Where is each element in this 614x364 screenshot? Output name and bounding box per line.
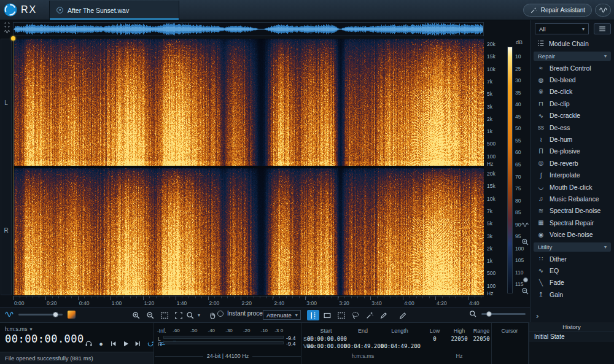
monitor-icon[interactable]: [85, 339, 93, 347]
file-tab[interactable]: After The Sunset.wav: [49, 1, 179, 20]
freq-tick-label: 1k: [487, 258, 492, 264]
meter-scale-label: -3: [274, 328, 279, 333]
zoom-fit-button[interactable]: [173, 310, 185, 320]
chevron-down-icon: ▾: [30, 327, 33, 332]
process-mode-value: Attenuate: [266, 312, 292, 319]
module-item-mouth-de-click[interactable]: ◡Mouth De-click: [530, 181, 614, 193]
module-item-de-bleed[interactable]: ◍De-bleed: [530, 74, 614, 85]
module-item-voice-de-noise[interactable]: ◉Voice De-noise: [530, 228, 614, 240]
interpolate-icon: ∫: [537, 172, 545, 179]
module-item-fade[interactable]: ╲Fade: [530, 277, 614, 288]
repair-assistant-button[interactable]: Repair Assistant: [523, 4, 592, 17]
selection-start-header: Start: [307, 328, 345, 334]
timeline-tick-label: 4:40: [469, 300, 480, 306]
timeline-ruler[interactable]: 0:000:200:401:001:201:402:002:202:403:00…: [13, 296, 484, 306]
module-item-de-click[interactable]: ※De-click: [530, 86, 614, 98]
db-tick-label: 75: [515, 186, 521, 192]
module-item-label: Dither: [550, 255, 567, 263]
spectrogram-view[interactable]: [13, 39, 484, 295]
blend-slider-thumb[interactable]: [53, 312, 58, 317]
magnifier-tool-button[interactable]: [184, 310, 196, 320]
module-filter-select[interactable]: All ▾: [535, 23, 589, 34]
timeline-tick-label: 1:40: [177, 300, 187, 306]
module-item-de-plosive[interactable]: ΠDe-plosive: [530, 145, 614, 157]
horizontal-zoom-thumb[interactable]: [486, 311, 492, 317]
history-entry[interactable]: Initial State: [529, 331, 614, 342]
freq-tick-label: 10k: [487, 196, 495, 202]
module-item-de-clip[interactable]: ⊓De-clip: [530, 98, 614, 109]
zoom-out-button[interactable]: [144, 310, 157, 320]
skip-back-icon[interactable]: [109, 340, 117, 347]
vertical-zoom-thumb[interactable]: [523, 277, 528, 282]
vertical-zoom-in-icon[interactable]: [521, 238, 529, 246]
app-logo-text: RX: [21, 4, 37, 15]
module-item-label: De-crackle: [550, 112, 580, 119]
blend-slider[interactable]: [18, 314, 63, 316]
signal-compare-button[interactable]: [595, 4, 611, 17]
timeline-tick-label: 2:20: [242, 300, 252, 306]
freq-tick-label: 7k: [487, 79, 492, 85]
tab-close-icon[interactable]: [56, 6, 64, 14]
module-chain-item[interactable]: Module Chain: [530, 37, 614, 50]
module-item-music-rebalance[interactable]: ♫Music Rebalance: [530, 193, 614, 204]
module-item-dither[interactable]: ∷Dither: [530, 253, 614, 265]
module-item-spectral-repair[interactable]: ▦Spectral Repair: [530, 217, 614, 228]
spectrogram-canvas[interactable]: [13, 39, 484, 295]
pencil-tool[interactable]: [397, 310, 409, 320]
waveform-overview[interactable]: [13, 22, 484, 36]
amplitude-colorbar[interactable]: [507, 47, 513, 293]
time-selection-tool[interactable]: [307, 310, 319, 320]
section-header-repair[interactable]: Repair▾: [534, 52, 611, 61]
spectrogram-settings-icon[interactable]: [521, 221, 529, 228]
process-mode-select[interactable]: Attenuate ▾: [263, 310, 301, 320]
chevron-down-icon: ▾: [582, 26, 585, 32]
module-item-spectral-de-noise[interactable]: ≋Spectral De-noise: [530, 205, 614, 217]
lasso-tool[interactable]: [349, 310, 362, 320]
vertical-zoom-out-icon[interactable]: [521, 287, 529, 295]
module-item-gain[interactable]: ↥Gain: [530, 288, 614, 300]
module-item-label: De-ess: [550, 124, 570, 131]
zoom-selection-button[interactable]: [158, 310, 171, 320]
module-item-de-crackle[interactable]: ∿De-crackle: [530, 110, 614, 122]
db-tick-label: 105: [515, 258, 524, 263]
sidebar-expand-button[interactable]: ›: [536, 312, 538, 320]
module-item-eq[interactable]: ∿EQ: [530, 265, 614, 276]
fit-vertical-icon[interactable]: [4, 22, 10, 28]
magic-wand-tool[interactable]: [363, 310, 376, 320]
time-frequency-selection-tool[interactable]: [321, 310, 333, 320]
time-format-value: h:m:s.ms: [5, 326, 28, 332]
loop-icon[interactable]: [146, 340, 154, 347]
module-item-breath-control[interactable]: ≈Breath Control: [530, 62, 614, 74]
eq-icon: ∿: [537, 267, 545, 274]
module-item-de-ess[interactable]: ssDe-ess: [530, 122, 614, 133]
freq-tick-label: 500: [487, 141, 495, 147]
chevron-down-icon[interactable]: ▾: [198, 312, 200, 318]
module-item-de-reverb[interactable]: ◎De-reverb: [530, 157, 614, 169]
waveform-icon[interactable]: [5, 310, 14, 319]
freq-tick-label: 5k: [487, 91, 492, 97]
meter-scale-label: 0: [281, 328, 283, 333]
de-bleed-icon: ◍: [537, 77, 545, 83]
overview-canvas[interactable]: [14, 23, 483, 36]
freq-tick-label: 2k: [487, 117, 492, 122]
playhead-marker[interactable]: [11, 36, 15, 41]
time-format-select[interactable]: h:m:s.ms ▾: [5, 326, 33, 332]
selection-time-unit: h:m:s.ms: [344, 353, 382, 359]
module-item-de-hum[interactable]: ≀De-hum: [530, 133, 614, 145]
module-item-interpolate[interactable]: ∫Interpolate: [530, 169, 614, 181]
free-selection-tool[interactable]: [335, 310, 348, 320]
instant-process-radio[interactable]: [217, 311, 223, 317]
brush-tool[interactable]: [378, 310, 390, 320]
amplitude-ruler-icon[interactable]: [4, 29, 10, 34]
zoom-in-button[interactable]: [130, 310, 142, 320]
spectrogram-icon[interactable]: [68, 311, 76, 319]
skip-forward-icon[interactable]: [134, 340, 142, 347]
record-icon[interactable]: ●: [97, 340, 105, 347]
zoom-slider-icon[interactable]: [469, 310, 477, 318]
module-menu-button[interactable]: [594, 23, 611, 34]
status-bar: File opened successfully (881 ms): [0, 352, 154, 364]
section-header-utility[interactable]: Utility▾: [534, 242, 611, 252]
module-item-label: De-bleed: [550, 76, 576, 83]
horizontal-zoom-slider[interactable]: [481, 313, 526, 315]
play-icon[interactable]: [122, 340, 130, 347]
